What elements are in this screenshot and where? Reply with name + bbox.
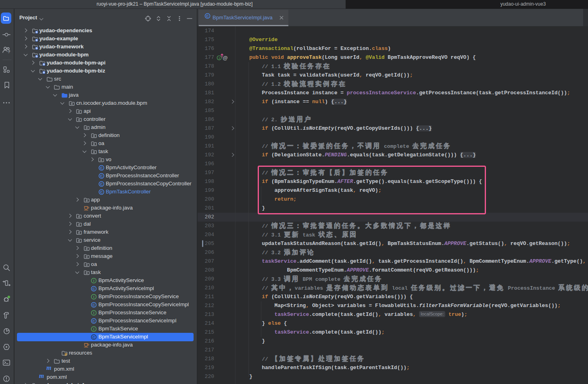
svg-text:?: ? — [8, 50, 10, 54]
svg-text:C: C — [93, 319, 96, 323]
svg-text:C: C — [100, 174, 103, 178]
svg-text:I: I — [94, 295, 95, 299]
svg-text:C: C — [93, 335, 96, 339]
svg-text:C: C — [100, 166, 103, 170]
svg-text:C: C — [100, 190, 103, 194]
svg-text:C: C — [100, 182, 103, 186]
svg-text:C: C — [93, 286, 96, 291]
svg-text:I: I — [94, 327, 95, 331]
svg-text:I: I — [219, 56, 219, 60]
svg-text:C: C — [206, 14, 209, 18]
svg-text:C: C — [93, 303, 96, 307]
svg-text:I: I — [94, 311, 95, 315]
svg-text:I: I — [94, 278, 95, 282]
